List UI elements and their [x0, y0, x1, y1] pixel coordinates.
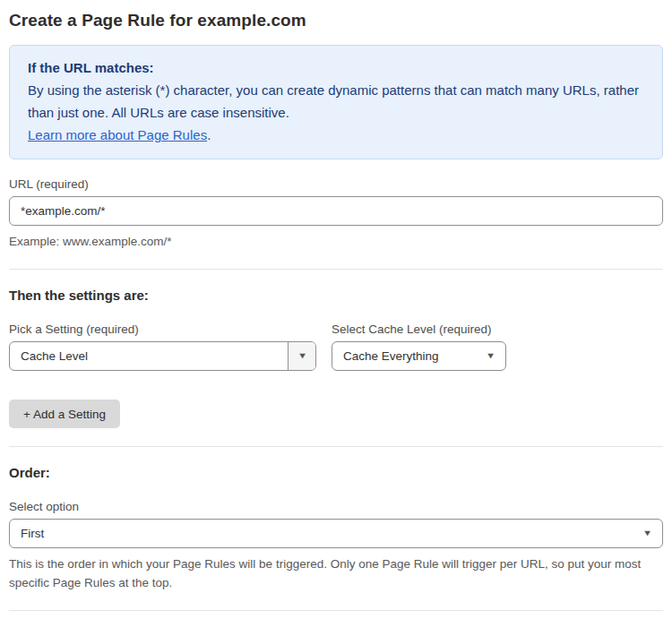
divider — [9, 269, 663, 270]
cache-level-picker-value: Cache Everything — [332, 342, 487, 370]
chevron-down-icon: ▼ — [642, 529, 652, 537]
cache-level-arrow-wrap: ▼ — [487, 342, 505, 370]
setting-picker-arrow-section: ▼ — [288, 342, 315, 370]
divider — [9, 446, 663, 447]
setting-picker-label: Pick a Setting (required) — [9, 322, 316, 336]
chevron-down-icon: ▼ — [486, 352, 495, 360]
info-box-body: By using the asterisk (*) character, you… — [28, 79, 644, 124]
url-input[interactable] — [9, 196, 663, 226]
setting-picker-value: Cache Level — [10, 342, 288, 370]
add-setting-wrap: + Add a Setting — [9, 400, 663, 428]
settings-section-heading: Then the settings are: — [9, 288, 663, 303]
info-box-heading: If the URL matches: — [28, 56, 644, 79]
cache-level-picker-select[interactable]: Cache Everything ▼ — [332, 341, 506, 371]
page-title: Create a Page Rule for example.com — [9, 11, 663, 30]
url-field-label: URL (required) — [9, 177, 663, 191]
order-helper-text: This is the order in which your Page Rul… — [9, 555, 654, 592]
chevron-down-icon: ▼ — [297, 352, 306, 360]
order-select-label: Select option — [9, 500, 663, 513]
setting-picker-select[interactable]: Cache Level ▼ — [9, 341, 316, 371]
link-suffix: . — [207, 127, 211, 142]
learn-more-link[interactable]: Learn more about Page Rules — [28, 127, 207, 142]
order-select[interactable]: First ▼ — [9, 519, 663, 548]
order-arrow-wrap: ▼ — [643, 520, 662, 547]
url-match-info-box: If the URL matches: By using the asteris… — [9, 45, 663, 159]
divider — [9, 610, 663, 611]
add-setting-button[interactable]: + Add a Setting — [9, 400, 120, 428]
cache-level-picker-label: Select Cache Level (required) — [332, 322, 506, 336]
setting-picker-column: Pick a Setting (required) Cache Level ▼ — [9, 322, 316, 371]
order-select-value: First — [10, 520, 643, 547]
url-field-helper: Example: www.example.com/* — [9, 232, 663, 251]
settings-row: Pick a Setting (required) Cache Level ▼ … — [9, 322, 663, 371]
info-box-link-line: Learn more about Page Rules. — [28, 124, 644, 146]
cache-level-picker-column: Select Cache Level (required) Cache Ever… — [332, 322, 506, 371]
order-section-heading: Order: — [9, 465, 663, 480]
